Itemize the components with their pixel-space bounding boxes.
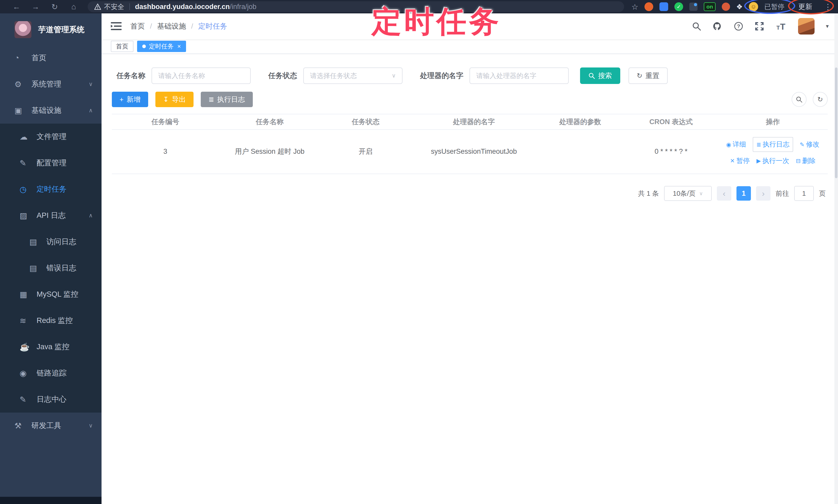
svg-text:T: T [780, 22, 785, 31]
extension-icon[interactable] [659, 2, 668, 11]
browser-update-button[interactable]: 更新 [798, 2, 812, 11]
cell-job-id: 3 [112, 146, 219, 157]
bookmark-star-icon[interactable]: ☆ [631, 2, 638, 11]
extension-icon[interactable] [689, 3, 698, 11]
run-once-link[interactable]: ▶执行一次 [756, 156, 789, 166]
current-page-button[interactable]: 1 [736, 186, 751, 201]
profile-paused-label: 已暂停 [764, 2, 784, 11]
edit-link[interactable]: ✎修改 [800, 139, 819, 150]
goto-page-input[interactable] [794, 186, 814, 201]
refresh-icon: ↻ [637, 72, 642, 80]
search-button[interactable]: 搜索 [580, 68, 620, 84]
sidebar-item-file-manage[interactable]: ☁ 文件管理 [0, 124, 102, 150]
sidebar-item-dev-tools[interactable]: ⚒ 研发工具 ∨ [0, 413, 102, 439]
detail-link[interactable]: ◉详细 [726, 139, 746, 150]
page-scrollbar[interactable] [834, 13, 838, 504]
job-log-link[interactable]: ≣执行日志 [753, 137, 793, 152]
avatar-caret-icon[interactable]: ▾ [826, 23, 829, 30]
breadcrumb-current: 定时任务 [198, 21, 227, 31]
sidebar-item-mysql-monitor[interactable]: ▦ MySQL 监控 [0, 281, 102, 307]
job-name-input[interactable] [152, 68, 251, 84]
sidebar-item-tracing[interactable]: ◉ 链路追踪 [0, 360, 102, 386]
sidebar-item-log-center[interactable]: ✎ 日志中心 [0, 386, 102, 413]
security-label[interactable]: 不安全 [104, 2, 124, 11]
tag-home[interactable]: 首页 [111, 41, 134, 52]
browser-home-icon[interactable]: ⌂ [69, 2, 79, 11]
help-icon[interactable]: ? [734, 21, 744, 31]
github-icon[interactable] [713, 21, 722, 31]
col-job-id: 任务编号 [112, 117, 219, 126]
user-avatar[interactable] [798, 18, 815, 35]
delete-link[interactable]: ⊟删除 [796, 156, 815, 166]
pencil-icon: ✎ [20, 395, 32, 404]
search-icon[interactable] [692, 22, 701, 31]
sidebar-item-scheduled-jobs[interactable]: ◷ 定时任务 [0, 176, 102, 202]
col-job-status: 任务状态 [320, 117, 411, 126]
close-icon[interactable]: × [177, 43, 181, 50]
coffee-icon: ☕ [20, 342, 32, 352]
tag-scheduled-jobs[interactable]: 定时任务 × [137, 41, 186, 52]
font-size-icon[interactable]: TT [775, 21, 787, 31]
prev-page-button[interactable]: ‹ [717, 186, 731, 201]
export-button[interactable]: ↧ 导出 [155, 92, 193, 107]
app-logo[interactable]: 芋道管理系统 [0, 13, 102, 45]
breadcrumb-infra[interactable]: 基础设施 [157, 21, 186, 31]
breadcrumb: 首页 / 基础设施 / 定时任务 [130, 21, 227, 31]
pause-icon: ✕ [730, 156, 735, 165]
url-host[interactable]: dashboard.yudao.iocoder.cn [135, 3, 230, 11]
sidebar: 芋道管理系统 ◔ 首页 ⚙ 系统管理 ∨ ▣ 基础设施 ∧ ☁ 文件管理 [0, 13, 102, 504]
url-divider [129, 3, 130, 10]
fullscreen-icon[interactable] [755, 22, 764, 31]
extension-icon[interactable]: ✓ [674, 2, 683, 11]
sidebar-submenu-infra: ☁ 文件管理 ✎ 配置管理 ◷ 定时任务 ▨ API 日志 ∧ ▤ [0, 124, 102, 413]
execution-log-button[interactable]: ≣ 执行日志 [201, 92, 253, 107]
trash-icon: ⊟ [796, 156, 800, 165]
database-icon: ▦ [20, 290, 32, 299]
puzzle-extensions-icon[interactable]: ❖ [736, 3, 743, 11]
cell-handler-name: sysUserSessionTimeoutJob [431, 148, 517, 155]
url-path[interactable]: /infra/job [230, 3, 257, 11]
sidebar-item-config-manage[interactable]: ✎ 配置管理 [0, 150, 102, 176]
address-bar[interactable]: 不安全 dashboard.yudao.iocoder.cn /infra/jo… [88, 1, 624, 12]
sidebar-item-infra[interactable]: ▣ 基础设施 ∧ [0, 97, 102, 124]
svg-text:T: T [776, 24, 780, 31]
edit-icon: ✎ [20, 158, 32, 168]
col-actions: 操作 [719, 117, 827, 126]
toggle-search-button[interactable] [792, 92, 806, 107]
sidebar-item-home[interactable]: ◔ 首页 [0, 45, 102, 71]
sidebar-item-error-log[interactable]: ▤ 错误日志 [0, 255, 102, 281]
browser-profile-avatar[interactable]: ☺ [749, 2, 758, 11]
browser-reload-icon[interactable]: ↻ [50, 2, 60, 11]
scrollbar-thumb[interactable] [835, 68, 837, 178]
eye-icon: ◉ [726, 140, 731, 149]
pause-link[interactable]: ✕暂停 [730, 156, 750, 166]
reset-button[interactable]: ↻ 重置 [629, 68, 668, 84]
on-badge-extension[interactable]: on [704, 2, 716, 11]
browser-back-icon[interactable]: ← [11, 2, 22, 11]
breadcrumb-home[interactable]: 首页 [130, 21, 145, 31]
handler-name-input[interactable] [470, 68, 569, 84]
page-size-select[interactable]: 10条/页 ∨ [664, 186, 712, 201]
sidebar-item-system[interactable]: ⚙ 系统管理 ∨ [0, 71, 102, 97]
extension-icon[interactable] [645, 2, 653, 11]
sidebar-item-redis-monitor[interactable]: ≋ Redis 监控 [0, 307, 102, 334]
plus-icon: + [120, 95, 123, 104]
add-button[interactable]: + 新增 [112, 92, 148, 107]
extension-icon[interactable] [722, 3, 730, 11]
chevron-down-icon: ∨ [89, 81, 93, 88]
browser-menu-icon[interactable]: ⋮ [824, 2, 832, 11]
sidebar-footer [0, 497, 102, 504]
app-title: 芋道管理系统 [38, 24, 85, 35]
job-name-label: 任务名称 [117, 71, 145, 80]
pencil-icon: ✎ [800, 140, 804, 149]
sidebar-item-api-log[interactable]: ▨ API 日志 ∧ [0, 202, 102, 229]
next-page-button[interactable]: › [756, 186, 770, 201]
browser-forward-icon[interactable]: → [30, 2, 41, 11]
collapse-sidebar-icon[interactable] [111, 22, 122, 31]
sidebar-item-java-monitor[interactable]: ☕ Java 监控 [0, 334, 102, 360]
job-status-select[interactable]: 请选择任务状态 ∨ [303, 68, 402, 84]
cloud-upload-icon: ☁ [20, 132, 32, 142]
monitor-icon: ▣ [14, 106, 26, 115]
refresh-table-button[interactable]: ↻ [813, 92, 828, 107]
sidebar-item-access-log[interactable]: ▤ 访问日志 [0, 229, 102, 255]
